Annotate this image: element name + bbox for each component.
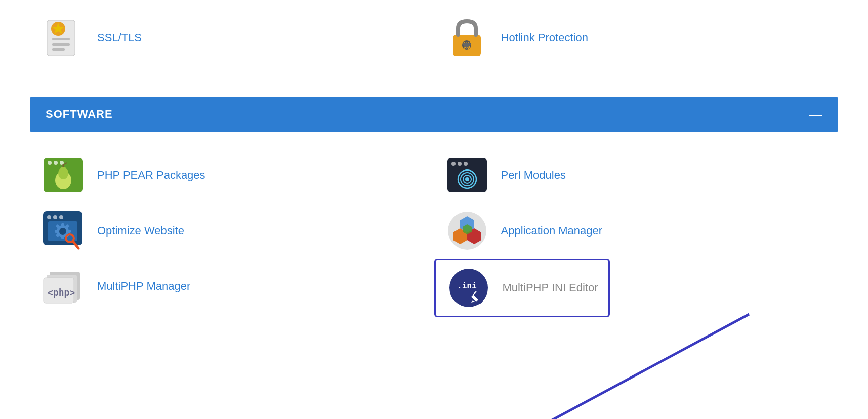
perl-modules-icon-wrapper [444,152,490,198]
svg-point-11 [48,161,52,165]
software-section-title: SOFTWARE [46,108,113,121]
svg-text:<php>: <php> [48,287,75,298]
svg-rect-34 [61,235,64,239]
application-manager-label: Application Manager [501,224,603,237]
software-section: SOFTWARE — [30,97,838,332]
svg-rect-2 [52,38,70,40]
app-manager-icon-wrapper [444,208,490,254]
svg-point-28 [53,215,57,219]
svg-rect-35 [55,230,59,233]
security-section: SSL/TLS ⛓ [30,0,838,81]
svg-point-15 [58,167,68,179]
bottom-divider [30,343,838,348]
svg-point-25 [465,177,469,181]
ssl-tls-icon-wrapper [40,15,86,61]
hotlink-protection-icon: ⛓ [448,17,486,59]
optimize-website-icon [42,210,85,252]
multiphp-manager-item[interactable]: <php> MultiPHP Manager [30,259,434,314]
svg-point-19 [451,162,456,166]
software-collapse-button[interactable]: — [809,108,822,121]
ssl-tls-item[interactable]: SSL/TLS [30,10,434,66]
php-pear-icon-wrapper [40,152,86,198]
multiphp-manager-icon: <php> [43,268,84,306]
svg-rect-33 [61,223,64,227]
svg-text:.ini: .ini [457,281,477,290]
php-pear-item[interactable]: PHP PEAR Packages [30,147,434,203]
hotlink-icon-wrapper: ⛓ [444,15,490,61]
svg-point-12 [54,161,58,165]
ssl-tls-icon [43,18,84,58]
hotlink-protection-item[interactable]: ⛓ Hotlink Protection [434,10,838,66]
svg-rect-3 [52,43,70,46]
multiphp-manager-label: MultiPHP Manager [97,280,190,293]
hotlink-protection-label: Hotlink Protection [501,31,588,45]
security-right-col: ⛓ Hotlink Protection [434,10,838,66]
ssl-tls-label: SSL/TLS [97,31,142,45]
security-left-col: SSL/TLS [30,10,434,66]
svg-rect-4 [52,48,65,51]
application-manager-item[interactable]: Application Manager [434,203,838,259]
optimize-website-label: Optimize Website [97,224,184,237]
app-manager-grid-cell: Application Manager [434,203,838,259]
optimize-website-grid-cell: Optimize Website [30,203,434,259]
multiphp-ini-editor-label: MultiPHP INI Editor [503,281,598,295]
perl-modules-item[interactable]: Perl Modules [434,147,838,203]
optimize-website-item[interactable]: Optimize Website [30,203,434,259]
software-items-grid: PHP PEAR Packages [30,137,838,332]
multiphp-ini-editor-item[interactable]: .ini MultiPHP INI Editor [436,260,608,316]
svg-point-27 [47,215,51,219]
svg-point-20 [458,162,462,166]
perl-modules-icon [446,157,488,193]
svg-rect-36 [67,230,71,233]
perl-modules-grid-cell: Perl Modules [434,147,838,203]
multiphp-manager-grid-cell: <php> MultiPHP Manager [30,259,434,317]
multiphp-manager-icon-wrapper: <php> [40,264,86,309]
software-section-header[interactable]: SOFTWARE — [30,97,838,132]
php-pear-grid-cell: PHP PEAR Packages [30,147,434,203]
multiphp-ini-editor-highlight-box: .ini MultiPHP INI Editor [434,259,610,317]
svg-point-54 [470,290,484,305]
multiphp-ini-editor-grid-cell: .ini MultiPHP INI Editor [434,259,838,317]
optimize-icon-wrapper [40,208,86,254]
php-pear-icon [43,157,84,193]
svg-point-29 [59,215,63,219]
php-pear-label: PHP PEAR Packages [97,169,205,182]
svg-point-32 [59,228,66,235]
perl-modules-label: Perl Modules [501,169,566,182]
multiphp-ini-icon-wrapper: .ini [446,265,491,311]
application-manager-icon [446,210,488,252]
multiphp-ini-editor-icon: .ini [448,267,489,309]
svg-point-21 [464,162,468,166]
